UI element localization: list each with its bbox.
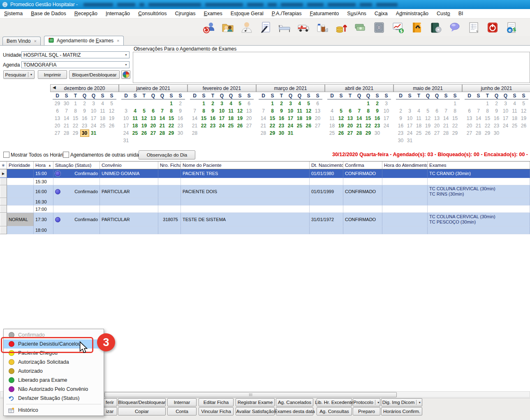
day-cell[interactable]: 28	[190, 129, 199, 137]
day-cell[interactable]: 7	[62, 107, 71, 115]
day-cell[interactable]: 15	[483, 115, 492, 122]
day-cell[interactable]: 24	[286, 122, 295, 129]
menu-item-autorizacao-solicitada[interactable]: Autorização Solicitada	[4, 358, 104, 367]
day-cell[interactable]: 28	[355, 129, 364, 137]
column-header-nome-do-paciente[interactable]: Nome do Paciente	[181, 162, 310, 169]
column-header-prioridade[interactable]: Prioridade	[7, 162, 34, 169]
day-cell[interactable]: 24	[501, 122, 510, 129]
day-cell[interactable]: 8	[364, 107, 373, 115]
day-cell[interactable]: 22	[268, 122, 277, 129]
day-cell[interactable]: 7	[259, 107, 268, 115]
day-cell[interactable]: 25	[295, 122, 304, 129]
chevron-down-icon[interactable]: ▼	[418, 401, 421, 404]
day-cell[interactable]: 4	[131, 107, 140, 115]
agenda-select[interactable]: TOMOGRAFIA ▼	[21, 61, 130, 68]
day-cell[interactable]: 22	[364, 122, 373, 129]
day-cell[interactable]: 6	[313, 100, 322, 107]
day-cell[interactable]: 6	[465, 107, 474, 115]
day-cell[interactable]: 28	[259, 129, 268, 137]
chevron-down-icon[interactable]: ▼	[125, 63, 127, 66]
row-selector-header[interactable]: ∗	[0, 162, 7, 169]
day-cell[interactable]: 26	[424, 129, 433, 137]
day-cell[interactable]: 5	[304, 100, 313, 107]
day-cell[interactable]: 7	[158, 107, 167, 115]
day-cell[interactable]: 18	[131, 122, 140, 129]
row-selector-cell[interactable]: ▶	[0, 169, 7, 178]
horarios-confirm-button[interactable]: Horários Confirm.	[381, 407, 422, 415]
e-invoice-icon[interactable]: e$	[505, 21, 518, 34]
day-cell[interactable]: 20	[465, 122, 474, 129]
day-cell[interactable]: 8	[71, 107, 80, 115]
day-cell[interactable]: 20	[346, 122, 355, 129]
day-cell[interactable]: 20	[149, 122, 158, 129]
table-row[interactable]: 16:00ConfirmadoPARTICULARPACIENTE DOIS01…	[0, 185, 530, 198]
day-cell[interactable]: 29	[167, 129, 176, 137]
day-cell[interactable]: 5	[337, 107, 346, 115]
day-cell[interactable]: 20	[245, 115, 254, 122]
day-cell[interactable]: 11	[328, 115, 337, 122]
day-cell[interactable]: 5	[424, 107, 433, 115]
day-cell[interactable]: 31	[286, 129, 295, 137]
menu-item-autorizado[interactable]: Autorizado	[4, 367, 104, 376]
day-cell[interactable]: 4	[510, 100, 519, 107]
day-cell[interactable]: 19	[304, 115, 313, 122]
ag-consultas-button[interactable]: Ag. Consultas	[317, 407, 352, 415]
lib-hr-excedente-button[interactable]: Lib. Hr. Excedente	[317, 398, 352, 406]
day-cell[interactable]: 22	[71, 122, 80, 129]
column-header-hora[interactable]: Hora▲	[34, 162, 53, 169]
day-cell[interactable]: 12	[304, 107, 313, 115]
day-cell[interactable]: 29	[451, 129, 460, 137]
day-cell[interactable]: 30	[62, 100, 71, 107]
cash-icon[interactable]	[354, 21, 367, 34]
day-cell[interactable]: 10	[405, 115, 414, 122]
day-cell[interactable]: 28	[474, 129, 483, 137]
day-cell[interactable]: 24	[122, 129, 131, 137]
day-cell[interactable]: 18	[98, 115, 107, 122]
day-cell[interactable]: 12	[337, 115, 346, 122]
day-cell[interactable]: 29	[364, 129, 373, 137]
day-cell[interactable]: 8	[268, 107, 277, 115]
day-cell[interactable]: 12	[140, 115, 149, 122]
observacoes-box[interactable]	[133, 52, 530, 83]
day-cell[interactable]: 16	[208, 115, 218, 122]
copiar-button[interactable]: Copiar	[118, 407, 166, 415]
table-row[interactable]: NORMAL17:30ConfirmadoPARTICULAR318075TES…	[0, 213, 530, 226]
day-cell[interactable]: 26	[519, 122, 528, 129]
phone-book-icon[interactable]	[410, 21, 424, 34]
chat-icon[interactable]	[448, 21, 461, 34]
day-cell[interactable]: 11	[295, 107, 304, 115]
row-selector-cell[interactable]	[0, 205, 7, 213]
menu-item-historico[interactable]: Histórico	[4, 406, 104, 415]
day-cell[interactable]: 27	[433, 129, 442, 137]
day-cell[interactable]: 23	[373, 122, 382, 129]
day-cell[interactable]: 4	[227, 100, 236, 107]
day-cell[interactable]: 15	[167, 115, 176, 122]
day-cell[interactable]: 1	[71, 100, 80, 107]
day-cell[interactable]: 23	[396, 129, 405, 137]
dig-img-dicom-button[interactable]: Dig. Img Dicom▼	[381, 398, 422, 406]
menu-recepcao[interactable]: Recepção	[70, 9, 102, 18]
day-cell[interactable]: 13	[149, 115, 158, 122]
menu-estoque-geral[interactable]: Estoque Geral	[227, 9, 268, 18]
day-cell[interactable]: 18	[510, 115, 519, 122]
day-cell[interactable]: 27	[346, 129, 355, 137]
day-cell[interactable]: 24	[382, 122, 391, 129]
day-cell[interactable]: 5	[236, 100, 245, 107]
invoice-icon[interactable]	[467, 21, 480, 34]
day-cell[interactable]: 25	[131, 129, 140, 137]
observacao-do-dia-button[interactable]: Observação do Dia	[139, 150, 195, 159]
imprimir-button[interactable]: Imprimir	[38, 70, 67, 79]
day-cell[interactable]: 21	[474, 122, 483, 129]
day-cell[interactable]: 30	[277, 129, 286, 137]
day-cell[interactable]: 27	[245, 122, 254, 129]
menu-sistema[interactable]: Sistema	[0, 9, 27, 18]
menu-exames[interactable]: Exames	[200, 9, 227, 18]
day-cell[interactable]: 3	[89, 100, 98, 107]
prev-month-button[interactable]: ◀	[53, 85, 56, 90]
day-cell[interactable]: 16	[396, 122, 405, 129]
day-cell[interactable]: 31	[122, 137, 131, 144]
row-selector-cell[interactable]	[0, 185, 7, 198]
internar-button[interactable]: Internar	[167, 398, 197, 406]
day-cell[interactable]: 26	[236, 122, 245, 129]
day-cell[interactable]: 17	[405, 122, 414, 129]
